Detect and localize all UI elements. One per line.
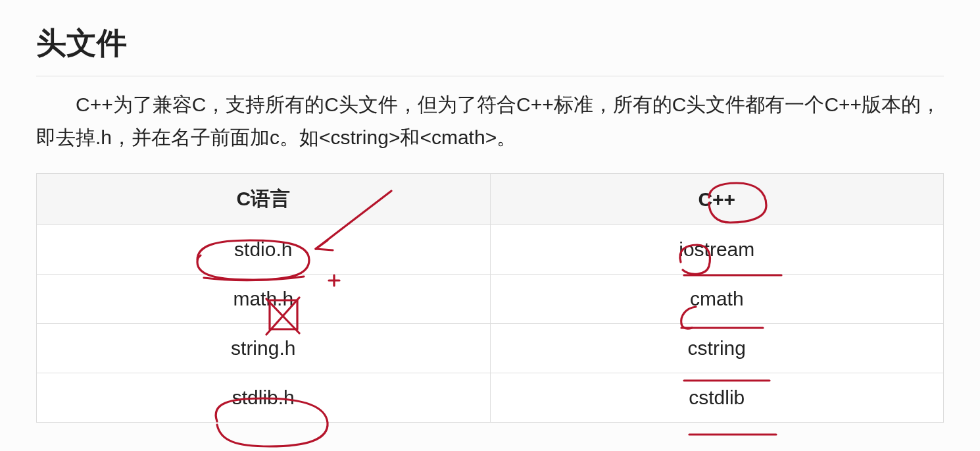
table-header-c: C语言 bbox=[37, 174, 491, 225]
table-header-row: C语言 C++ bbox=[37, 174, 944, 225]
table-cell: cmath bbox=[490, 275, 944, 324]
table-header-cpp: C++ bbox=[490, 174, 944, 225]
table-row: stdio.h iostream bbox=[37, 225, 944, 275]
table-cell: stdlib.h bbox=[37, 373, 491, 423]
headers-table: C语言 C++ stdio.h iostream math.h cmath st… bbox=[36, 173, 944, 423]
table-cell: stdio.h bbox=[37, 225, 491, 275]
table-cell: cstring bbox=[490, 324, 944, 373]
table-row: string.h cstring bbox=[37, 324, 944, 373]
table-row: math.h cmath bbox=[37, 275, 944, 324]
table-cell: math.h bbox=[37, 275, 491, 324]
section-paragraph: C++为了兼容C，支持所有的C头文件，但为了符合C++标准，所有的C头文件都有一… bbox=[36, 88, 944, 153]
section-title: 头文件 bbox=[36, 23, 944, 76]
table-cell: iostream bbox=[490, 225, 944, 275]
table-cell: cstdlib bbox=[490, 373, 944, 423]
table-cell: string.h bbox=[37, 324, 491, 373]
document-page: 头文件 C++为了兼容C，支持所有的C头文件，但为了符合C++标准，所有的C头文… bbox=[0, 0, 980, 423]
table-row: stdlib.h cstdlib bbox=[37, 373, 944, 423]
